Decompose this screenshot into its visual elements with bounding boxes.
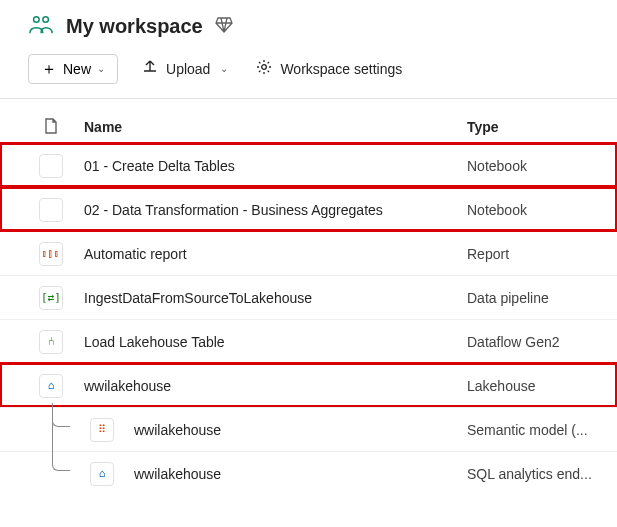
table-header: Name Type: [0, 99, 617, 143]
item-type: Report: [467, 246, 607, 262]
new-button-label: New: [63, 61, 91, 77]
item-name: wwilakehouse: [134, 466, 467, 482]
table-row[interactable]: 01 - Create Delta TablesNotebook: [0, 143, 617, 187]
column-header-type[interactable]: Type: [467, 119, 607, 135]
notebook-icon: [39, 154, 63, 178]
chevron-down-icon: ⌄: [97, 63, 105, 74]
item-name: wwilakehouse: [84, 378, 467, 394]
item-name: 02 - Data Transformation - Business Aggr…: [84, 202, 467, 218]
pipeline-icon: [⇄]: [39, 286, 63, 310]
workspace-item-table: Name Type 01 - Create Delta TablesNotebo…: [0, 99, 617, 505]
upload-button[interactable]: Upload ⌄: [138, 53, 232, 84]
item-name: 01 - Create Delta Tables: [84, 158, 467, 174]
item-name: IngestDataFromSourceToLakehouse: [84, 290, 467, 306]
diamond-icon: [215, 17, 233, 36]
gear-icon: [256, 59, 272, 78]
page-title: My workspace: [66, 15, 203, 38]
item-type: SQL analytics end...: [467, 466, 607, 482]
table-row[interactable]: ⌂wwilakehouseSQL analytics end...: [0, 451, 617, 495]
table-row[interactable]: ⠿wwilakehouseSemantic model (...: [0, 407, 617, 451]
upload-label: Upload: [166, 61, 210, 77]
notebook-icon: [39, 198, 63, 222]
svg-point-1: [43, 17, 49, 23]
people-icon: [28, 14, 54, 39]
workspace-settings-label: Workspace settings: [280, 61, 402, 77]
column-header-name[interactable]: Name: [84, 119, 467, 135]
file-icon: [44, 118, 58, 137]
workspace-settings-button[interactable]: Workspace settings: [252, 53, 406, 84]
dataflow-icon: ⑃: [39, 330, 63, 354]
table-row[interactable]: 02 - Data Transformation - Business Aggr…: [0, 187, 617, 231]
item-name: Automatic report: [84, 246, 467, 262]
chevron-down-icon: ⌄: [220, 63, 228, 74]
item-type: Data pipeline: [467, 290, 607, 306]
upload-icon: [142, 59, 158, 78]
svg-point-0: [34, 17, 40, 23]
item-type: Dataflow Gen2: [467, 334, 607, 350]
table-row[interactable]: ⫾⫿⫾Automatic reportReport: [0, 231, 617, 275]
semantic-model-icon: ⠿: [90, 418, 114, 442]
item-name: Load Lakehouse Table: [84, 334, 467, 350]
report-icon: ⫾⫿⫾: [39, 242, 63, 266]
item-name: wwilakehouse: [134, 422, 467, 438]
table-row[interactable]: ⑃Load Lakehouse TableDataflow Gen2: [0, 319, 617, 363]
svg-point-2: [262, 65, 267, 70]
sql-endpoint-icon: ⌂: [90, 462, 114, 486]
table-row[interactable]: ⌂wwilakehouseLakehouse: [0, 363, 617, 407]
plus-icon: ＋: [41, 61, 57, 77]
new-button[interactable]: ＋ New ⌄: [28, 54, 118, 84]
item-type: Lakehouse: [467, 378, 607, 394]
item-type: Notebook: [467, 202, 607, 218]
table-row[interactable]: [⇄]IngestDataFromSourceToLakehouseData p…: [0, 275, 617, 319]
lakehouse-icon: ⌂: [39, 374, 63, 398]
item-type: Notebook: [467, 158, 607, 174]
item-type: Semantic model (...: [467, 422, 607, 438]
